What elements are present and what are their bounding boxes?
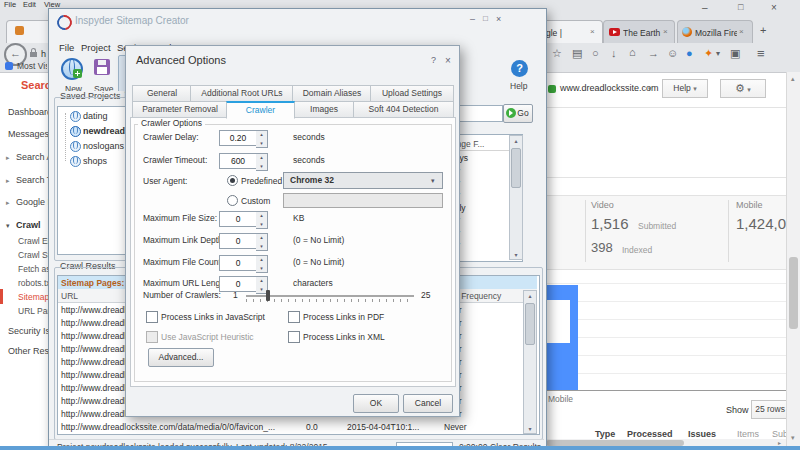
tab-firefox-start[interactable]: Mozilla Firefo... × [677,20,753,43]
reading-list-icon[interactable]: ▤ [572,47,582,60]
max-file-size-spinner[interactable]: ▴▾ [256,211,268,229]
url-cell-last[interactable]: http://www.dreadlockssite.com/data/media… [61,423,275,432]
browser-minimize-button[interactable]: – [702,3,708,13]
table-header-processed[interactable]: Processed [627,430,673,439]
tab-domain-aliases[interactable]: Domain Aliases [292,85,372,102]
spin-down-icon[interactable]: ▾ [256,140,267,147]
max-url-length-input[interactable]: 0 [219,276,257,292]
process-js-checkbox[interactable] [146,311,158,323]
help-dropdown[interactable]: Help ▾ [662,79,708,98]
menu-icon[interactable]: ≡ [757,46,765,61]
freq-scrollbar[interactable]: ▴ ▾ [509,135,523,260]
dialog-help-icon[interactable]: ? [431,56,436,65]
tab-crawler[interactable]: Crawler [226,101,295,119]
addon-caret-icon[interactable]: ▾ [716,49,720,58]
tab-images[interactable]: Images [293,101,355,118]
process-xml-checkbox[interactable] [288,331,300,343]
url-text[interactable]: h [41,50,46,59]
spin-up-icon[interactable]: ▴ [256,256,267,263]
max-link-depth-spinner[interactable]: ▴▾ [256,233,268,251]
tab-soft-404[interactable]: Soft 404 Detection [353,101,454,118]
table-header-issues[interactable]: Issues [688,430,716,439]
tab-general[interactable]: General [132,85,192,102]
new-project-button[interactable]: New [57,55,86,96]
bookmark-star-icon[interactable]: ☆ [552,47,562,60]
vscroll-thumb[interactable] [789,257,798,329]
addon-icon[interactable]: ✦ [704,47,713,60]
project-item-shops[interactable]: shops [83,157,107,166]
vscroll-up-arrow-icon[interactable]: ▴ [791,75,795,82]
menu-file[interactable]: File [59,43,74,53]
inspyder-maximize-button[interactable]: □ [483,15,488,23]
scroll-thumb[interactable] [525,303,535,345]
tab-parameter-removal[interactable]: Parameter Removal [132,101,228,118]
save-project-button[interactable]: Save [88,55,117,96]
inspyder-help-button[interactable]: ? [511,60,528,77]
predefined-radio[interactable] [227,175,238,186]
tab-close-icon[interactable]: × [739,27,744,36]
table-header-type[interactable]: Type [595,430,615,439]
tab-groups-icon[interactable]: ▣ [730,47,740,60]
advanced-button[interactable]: Advanced... [148,348,214,367]
column-header-url[interactable]: URL [61,292,78,301]
go-button[interactable]: Go [503,104,533,123]
browser-close-button[interactable]: × [771,3,777,13]
menu-project[interactable]: Project [81,43,111,53]
spin-down-icon[interactable]: ▾ [256,163,267,170]
tab-youtube[interactable]: The Earth is FL... × [603,20,675,43]
tab-close-icon[interactable]: × [590,27,595,36]
home-icon[interactable]: ⌂ [629,46,636,58]
browser-menu-edit[interactable]: Edit [23,1,36,9]
new-tab-button[interactable]: + [760,25,766,36]
ok-button[interactable]: OK [353,394,399,413]
spin-up-icon[interactable]: ▴ [256,212,267,219]
sidebar-item-messages[interactable]: Messages [8,130,49,139]
spin-up-icon[interactable]: ▴ [256,131,267,138]
sidebar-item-crawl[interactable]: Crawl [16,221,41,230]
vertical-scrollbar[interactable]: ▴ ▾ [786,72,800,450]
spin-down-icon[interactable]: ▾ [256,243,267,250]
downloads-icon[interactable]: ↓ [611,47,617,59]
inspyder-close-button[interactable]: × [496,15,501,24]
scroll-up-icon[interactable]: ▴ [510,137,522,144]
crawler-delay-spinner[interactable]: ▴▾ [256,130,268,148]
grid-scrollbar[interactable]: ▴ ▾ [523,290,537,434]
tab-additional-root-urls[interactable]: Additional Root URLs [190,85,294,102]
sync-icon[interactable]: ● [686,47,693,59]
num-crawlers-slider[interactable] [246,295,414,297]
crawler-timeout-input[interactable]: 600 [219,153,257,169]
max-file-count-spinner[interactable]: ▴▾ [256,255,268,273]
max-link-depth-input[interactable]: 0 [219,233,257,249]
crawler-timeout-spinner[interactable]: ▴▾ [256,153,268,171]
share-icon[interactable]: → [648,47,659,59]
bookmark-most-visited[interactable]: Most Visited [17,62,47,71]
table-header-items[interactable]: Items [737,430,759,439]
inspyder-minimize-button[interactable]: – [470,15,475,24]
vscroll-down-arrow-icon[interactable]: ▾ [791,434,795,441]
spin-up-icon[interactable]: ▴ [256,277,267,284]
tab-upload-settings[interactable]: Upload Settings [370,85,454,102]
feedback-icon[interactable]: ☺ [667,47,678,59]
project-item-dating[interactable]: dating [83,112,108,121]
browser-maximize-button[interactable]: □ [738,3,743,12]
pocket-icon[interactable]: ○ [592,47,599,59]
dialog-close-icon[interactable]: × [445,56,451,66]
scroll-down-icon[interactable]: ▾ [524,425,536,432]
spin-down-icon[interactable]: ▾ [256,221,267,228]
project-item-noslogans[interactable]: noslogans [83,142,124,151]
settings-dropdown[interactable]: ⚙ ▾ [720,79,766,98]
crawler-delay-input[interactable]: 0.20 [219,130,257,146]
sidebar-item-dashboard[interactable]: Dashboard [8,108,52,117]
process-pdf-checkbox[interactable] [288,311,300,323]
custom-radio[interactable] [227,195,238,206]
scroll-thumb[interactable] [511,148,521,188]
browser-menu-file[interactable]: File [4,1,16,9]
scroll-up-icon[interactable]: ▴ [524,292,536,299]
site-selector[interactable]: www.dreadlockssite.com [560,84,659,93]
spin-up-icon[interactable]: ▴ [256,234,267,241]
user-agent-select[interactable]: Chrome 32 ▾ [283,172,443,189]
max-file-count-input[interactable]: 0 [219,255,257,271]
spin-up-icon[interactable]: ▴ [256,154,267,161]
cancel-button[interactable]: Cancel [403,394,453,413]
tab-close-icon[interactable]: × [663,27,668,36]
